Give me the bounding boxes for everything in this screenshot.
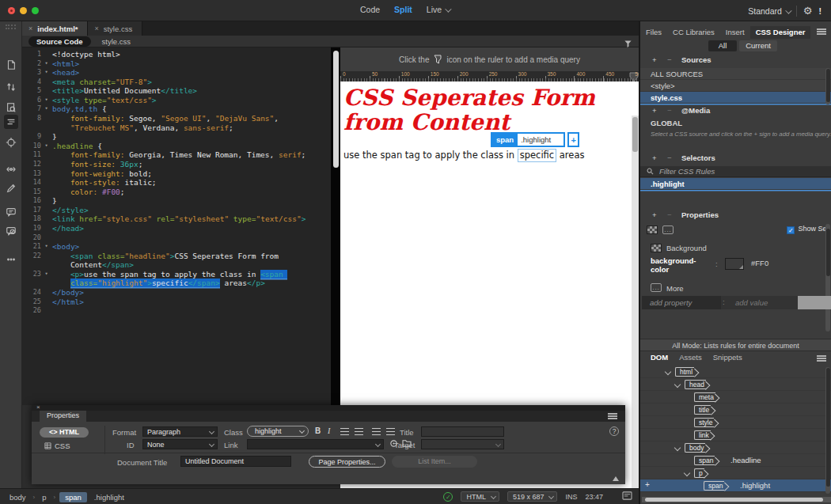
code-editor[interactable]: 1<!doctype html>2▾<html>3▾<head>4<meta c… bbox=[22, 47, 331, 405]
collapse-caret-icon[interactable] bbox=[684, 470, 690, 476]
code-line[interactable]: 9} bbox=[22, 132, 331, 142]
code-scrollbar[interactable] bbox=[331, 47, 340, 405]
panel-menu-icon[interactable] bbox=[817, 28, 826, 35]
code-line[interactable]: 22 <span class="headline">CSS Seperates … bbox=[22, 252, 331, 261]
ruler[interactable]: 050100150200250300350400450500 bbox=[340, 71, 639, 81]
code-line[interactable]: 7▾body,td,th { bbox=[22, 104, 331, 114]
media-global-item[interactable]: GLOBAL bbox=[651, 119, 682, 127]
minimize-window-icon[interactable] bbox=[20, 7, 27, 14]
code-line[interactable]: 8 font-family: Segoe, "Segoe UI", "DejaV… bbox=[22, 114, 331, 123]
dom-node-style[interactable]: style bbox=[640, 416, 831, 429]
code-line[interactable]: 14 font-style: italic; bbox=[22, 178, 331, 188]
checkbox-checked-icon[interactable]: ✓ bbox=[787, 226, 795, 234]
add-selector-icon[interactable]: + bbox=[652, 153, 657, 162]
workspace-dropdown[interactable]: Standard bbox=[748, 6, 790, 16]
code-view-button[interactable]: Code bbox=[360, 5, 380, 14]
add-property-input[interactable]: add property bbox=[642, 296, 721, 309]
code-line[interactable]: "Trebuchet MS", Verdana, sans-serif; bbox=[22, 123, 331, 133]
all-mode-button[interactable]: All bbox=[708, 40, 737, 51]
code-line[interactable]: 17</style> bbox=[22, 206, 331, 215]
tag-path-p[interactable]: p bbox=[39, 493, 49, 502]
panel-tab-insert[interactable]: Insert bbox=[720, 26, 750, 39]
dom-tab-dom[interactable]: DOM bbox=[651, 353, 668, 365]
dom-node-body[interactable]: body bbox=[640, 441, 831, 454]
zoom-window-icon[interactable] bbox=[32, 7, 39, 14]
code-line[interactable]: 13 font-weight: bold; bbox=[22, 169, 331, 179]
dom-scrollbar[interactable] bbox=[825, 367, 830, 494]
source-item[interactable]: ALL SOURCES bbox=[640, 68, 831, 80]
code-line[interactable]: 15 color: #F00; bbox=[22, 188, 331, 197]
code-line[interactable]: 24</body> bbox=[22, 288, 331, 297]
link-input[interactable] bbox=[247, 439, 384, 449]
open-documents-icon[interactable] bbox=[4, 58, 18, 72]
code-line[interactable]: 12 font-size: 36px; bbox=[22, 160, 331, 169]
comment-remove-icon[interactable] bbox=[4, 224, 18, 238]
background-category-icon[interactable] bbox=[647, 225, 658, 234]
unordered-list-icon[interactable] bbox=[340, 428, 349, 435]
selector-item[interactable]: .highlight bbox=[640, 178, 831, 190]
dom-node-link[interactable]: link bbox=[640, 429, 831, 441]
code-line[interactable]: 6▾<style type="text/css"> bbox=[22, 96, 331, 105]
window-size-dropdown[interactable]: 519 x 687 bbox=[507, 491, 558, 502]
property-value[interactable]: #FF0 bbox=[751, 259, 768, 267]
comment-icon[interactable] bbox=[4, 205, 18, 219]
sync-alert-icon[interactable]: ! bbox=[819, 6, 822, 16]
code-line[interactable]: 11 font-family: Georgia, Times New Roman… bbox=[22, 150, 331, 160]
add-value-input[interactable]: add value bbox=[735, 296, 768, 309]
preview-headline[interactable]: CSS Seperates Form from Content bbox=[343, 85, 625, 135]
panel-tab-css-designer[interactable]: CSS Designer bbox=[750, 26, 811, 39]
dom-node-span.highlight[interactable]: +span.highlight bbox=[640, 479, 831, 492]
dom-tab-snippets[interactable]: Snippets bbox=[713, 353, 742, 365]
tag-path-span[interactable]: span bbox=[59, 492, 87, 502]
format-source-icon[interactable] bbox=[4, 115, 18, 129]
collapse-caret-icon[interactable] bbox=[665, 369, 671, 375]
code-line[interactable]: 20 bbox=[22, 233, 331, 243]
code-scrollbar-thumb[interactable] bbox=[333, 51, 339, 168]
code-line[interactable]: 19</head> bbox=[22, 224, 331, 233]
italic-button[interactable]: I bbox=[328, 426, 330, 435]
css-mode-button[interactable]: CSS bbox=[44, 441, 70, 450]
related-file-SourceCode[interactable]: Source Code bbox=[28, 36, 91, 47]
language-dropdown[interactable]: HTML bbox=[461, 491, 499, 502]
id-dropdown[interactable]: None bbox=[142, 439, 218, 449]
extract-icon[interactable] bbox=[4, 162, 18, 176]
dom-horizontal-scrollbar[interactable] bbox=[642, 497, 831, 502]
document-title-input[interactable]: Untitled Document bbox=[180, 456, 291, 467]
highlighted-span[interactable]: specific bbox=[518, 149, 556, 162]
related-file-stylecss[interactable]: style.css bbox=[102, 37, 131, 46]
remove-media-icon[interactable]: − bbox=[667, 106, 672, 115]
help-icon[interactable]: ? bbox=[609, 426, 619, 436]
doc-tab-indexhtml[interactable]: ×index.html* bbox=[22, 21, 88, 36]
current-mode-button[interactable]: Current bbox=[739, 40, 777, 51]
code-line[interactable]: 2▾<html> bbox=[22, 59, 331, 69]
file-management-icon[interactable] bbox=[4, 80, 18, 94]
code-line[interactable]: 4<meta charset="UTF-8"> bbox=[22, 78, 331, 87]
element-tag-badge[interactable]: span bbox=[492, 134, 518, 146]
edit-pencil-icon[interactable] bbox=[4, 181, 18, 195]
class-dropdown[interactable]: highlight bbox=[247, 426, 309, 437]
add-class-button[interactable]: + bbox=[567, 132, 579, 147]
close-tab-icon[interactable]: × bbox=[28, 25, 32, 32]
more-category-icon[interactable]: ... bbox=[662, 225, 674, 234]
dom-node-head[interactable]: head bbox=[640, 378, 831, 391]
filter-css-rules-input[interactable]: Filter CSS Rules bbox=[640, 166, 831, 177]
close-tab-icon[interactable]: × bbox=[94, 25, 98, 32]
dom-node-html[interactable]: html bbox=[640, 366, 831, 378]
collapse-caret-icon[interactable] bbox=[674, 445, 681, 451]
dom-node-span.headline[interactable]: span.headline bbox=[640, 454, 831, 467]
code-line[interactable]: 1<!doctype html> bbox=[22, 50, 331, 59]
split-view-button[interactable]: Split bbox=[394, 5, 412, 14]
live-code-icon[interactable] bbox=[4, 100, 18, 115]
close-panel-icon[interactable]: × bbox=[36, 404, 40, 411]
collapse-caret-icon[interactable] bbox=[674, 381, 681, 388]
inspect-mode-icon[interactable] bbox=[4, 135, 18, 150]
remove-selector-icon[interactable]: − bbox=[667, 153, 672, 162]
code-line[interactable]: 5<title>Untitled Document</title> bbox=[22, 86, 331, 96]
source-item[interactable]: <style> bbox=[640, 80, 831, 92]
gear-icon[interactable]: ⚙ bbox=[803, 5, 813, 17]
ordered-list-icon[interactable] bbox=[355, 428, 363, 435]
code-line[interactable]: 3▾<head> bbox=[22, 68, 331, 78]
toolbar-drag-handle[interactable] bbox=[6, 25, 16, 29]
code-line[interactable]: class="highlight">specific</span> areas<… bbox=[22, 279, 331, 288]
properties-panel-tab[interactable]: Properties bbox=[40, 411, 86, 422]
